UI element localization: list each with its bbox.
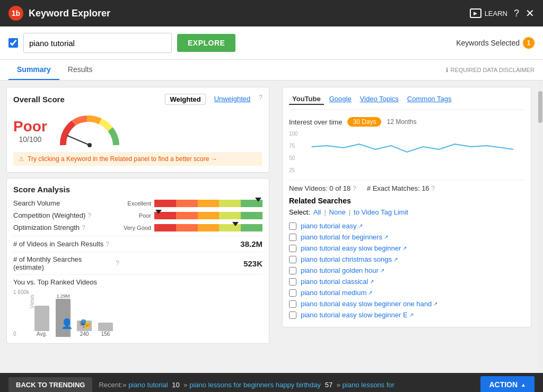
- related-link-0[interactable]: piano tutorial easy ↗: [301, 222, 363, 230]
- related-link-4[interactable]: piano tutorial golden hour ↗: [301, 266, 384, 274]
- action-button[interactable]: ACTION ▲: [480, 376, 535, 392]
- analysis-bar-competition: Poor: [119, 212, 262, 219]
- tab-summary[interactable]: Summary: [8, 60, 59, 80]
- optimization-help-icon[interactable]: ?: [82, 224, 85, 231]
- weighted-tab[interactable]: Weighted: [165, 94, 205, 105]
- keywords-count-badge: 1: [523, 37, 535, 49]
- right-panel: YouTube Google Video Topics Common Tags …: [276, 81, 538, 373]
- score-header: Overall Score Weighted Unweighted ?: [13, 94, 262, 105]
- related-item: piano tutorial medium ↗: [289, 287, 524, 298]
- search-checkbox[interactable]: [8, 38, 18, 48]
- stat-row-searches: # of Monthly Searches (estimate) ? 523K: [13, 252, 262, 271]
- avatar-2: 🎭: [79, 318, 91, 329]
- tab-google[interactable]: Google: [326, 94, 355, 105]
- avatar-1: 👤: [61, 318, 73, 329]
- recent-item-3[interactable]: piano lessons for: [343, 381, 395, 389]
- tab-video-topics[interactable]: Video Topics: [357, 94, 402, 105]
- related-checkbox-6[interactable]: [289, 289, 296, 297]
- chart-y-axis: 1 600k 0: [13, 289, 29, 337]
- select-limit-link[interactable]: to Video Tag Limit: [354, 208, 408, 216]
- bar-3: [98, 323, 113, 331]
- related-item: piano tutorial golden hour ↗: [289, 265, 524, 276]
- related-link-5[interactable]: piano tutorial classical ↗: [301, 278, 374, 286]
- related-link-2[interactable]: piano tutorial easy slow beginner ↗: [301, 244, 407, 252]
- learn-button[interactable]: ▶ LEARN: [470, 8, 507, 18]
- stat-label-videos: # of Videos in Search Results ?: [13, 240, 119, 248]
- unweighted-tab[interactable]: Unweighted: [210, 94, 255, 105]
- tab-results[interactable]: Results: [59, 60, 101, 80]
- related-checkbox-4[interactable]: [289, 267, 296, 274]
- ext-icon-3: ↗: [393, 256, 398, 262]
- recent-item-2[interactable]: piano lessons for beginners happy birthd…: [189, 381, 321, 389]
- multi-bar-optimization: [154, 224, 262, 231]
- related-checkbox-8[interactable]: [289, 311, 296, 319]
- gauge-svg: [58, 113, 121, 148]
- y-label-bot: 0: [13, 331, 29, 337]
- svg-line-0: [67, 136, 90, 145]
- stat-value-searches: 523K: [119, 259, 262, 268]
- y-50: 50: [289, 155, 298, 161]
- overall-score-card: Overall Score Weighted Unweighted ? Poor…: [6, 87, 269, 173]
- related-checkbox-5[interactable]: [289, 278, 296, 286]
- help-icon[interactable]: ?: [514, 8, 519, 19]
- back-to-trending-button[interactable]: BACK TO TRENDING: [8, 377, 92, 393]
- main-tabs: Summary Results ℹ REQUIRED DATA DISCLAIM…: [0, 60, 543, 81]
- related-link-8[interactable]: piano tutorial easy slow beginner E ↗: [301, 311, 414, 319]
- related-select-row: Select: All | None | to Video Tag Limit: [289, 208, 524, 216]
- bar-avg: [34, 306, 49, 331]
- related-checkbox-3[interactable]: [289, 256, 296, 263]
- exact-matches-help[interactable]: ?: [432, 185, 435, 192]
- related-link-7[interactable]: piano tutorial easy slow beginner one ha…: [301, 300, 437, 308]
- related-checkbox-7[interactable]: [289, 300, 296, 308]
- tab-common-tags[interactable]: Common Tags: [404, 94, 455, 105]
- recent-item-1[interactable]: piano tutorial: [128, 381, 168, 389]
- select-none-link[interactable]: None: [329, 208, 346, 216]
- main-content: Overall Score Weighted Unweighted ? Poor…: [0, 81, 543, 373]
- related-link-1[interactable]: piano tutorial for beginners ↗: [301, 233, 388, 241]
- ext-icon-7: ↗: [433, 301, 437, 307]
- metrics-row: New Videos: 0 of 18 ? # Exact Matches: 1…: [289, 180, 524, 192]
- y-25: 25: [289, 167, 298, 173]
- related-link-3[interactable]: piano tutorial christmas songs ↗: [301, 255, 398, 263]
- 30-days-button[interactable]: 30 Days: [347, 117, 381, 127]
- tab-youtube[interactable]: YouTube: [289, 94, 324, 105]
- select-label: Select:: [289, 208, 310, 216]
- scrollbar[interactable]: [538, 81, 543, 373]
- app-title: Keyword Explorer: [29, 8, 470, 19]
- overall-score-title: Overall Score: [13, 95, 65, 104]
- related-link-6[interactable]: piano tutorial medium ↗: [301, 289, 372, 297]
- select-sep-1: |: [324, 208, 326, 216]
- exact-matches-metric: # Exact Matches: 16 ?: [367, 184, 435, 192]
- ext-icon-6: ↗: [368, 290, 372, 296]
- search-input[interactable]: [23, 33, 172, 53]
- left-panel: Overall Score Weighted Unweighted ? Poor…: [0, 81, 276, 373]
- 12-months-button[interactable]: 12 Months: [387, 118, 416, 126]
- related-item: piano tutorial easy slow beginner E ↗: [289, 309, 524, 320]
- chart-y-title: Views: [29, 295, 35, 309]
- score-toggle-help[interactable]: ?: [259, 94, 262, 105]
- new-videos-help[interactable]: ?: [353, 185, 356, 192]
- related-checkbox-2[interactable]: [289, 245, 296, 252]
- bar-label-optimization: Very Good: [119, 225, 151, 231]
- exact-matches-label: # Exact Matches: 16: [367, 184, 430, 192]
- competition-help-icon[interactable]: ?: [87, 212, 91, 219]
- analysis-bar-optimization: Very Good: [119, 224, 262, 231]
- related-checkbox-1[interactable]: [289, 234, 296, 241]
- select-all-link[interactable]: All: [313, 208, 321, 216]
- scrollbar-thumb[interactable]: [538, 91, 542, 123]
- explore-button[interactable]: EXPLORE: [177, 34, 235, 52]
- right-card: YouTube Google Video Topics Common Tags …: [282, 87, 531, 327]
- learn-icon: ▶: [470, 8, 481, 18]
- line-chart-container: 100 75 50 25: [289, 131, 524, 173]
- videos-help-icon[interactable]: ?: [106, 240, 109, 248]
- action-label: ACTION: [489, 380, 518, 389]
- stat-row-videos: # of Videos in Search Results ? 38.2M: [13, 236, 262, 248]
- recent-label: Recent:»: [99, 381, 128, 389]
- related-searches-title: Related Searches: [289, 197, 524, 205]
- searches-help-icon[interactable]: ?: [116, 260, 119, 267]
- recent-sep-2: »: [337, 381, 343, 389]
- close-icon[interactable]: ✕: [526, 7, 535, 20]
- score-body: Poor 10/100: [13, 109, 262, 152]
- ext-icon-1: ↗: [384, 234, 388, 240]
- related-checkbox-0[interactable]: [289, 222, 296, 230]
